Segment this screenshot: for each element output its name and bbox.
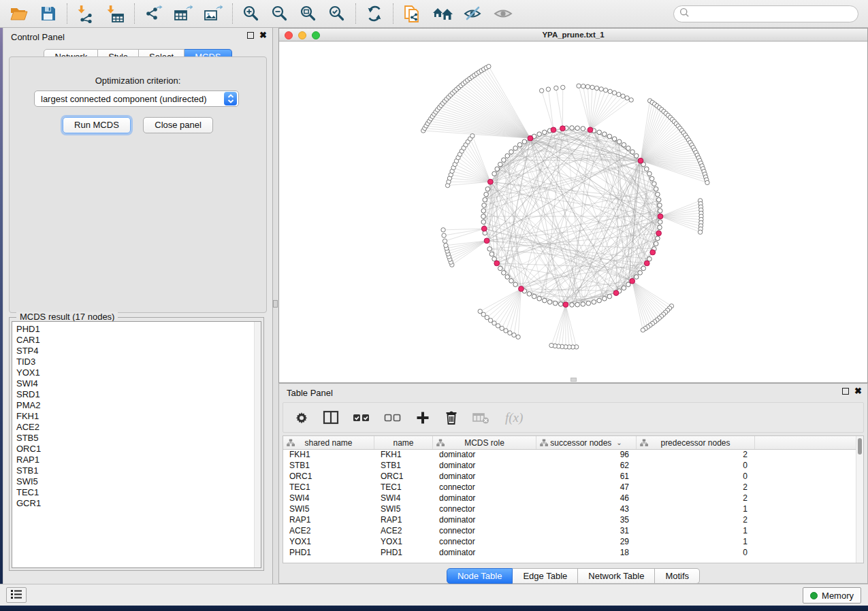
mcds-result-item[interactable]: PHD1 [16, 324, 261, 335]
column-header-label: name [393, 438, 413, 448]
tree-icon [540, 439, 548, 449]
mcds-result-item[interactable]: CAR1 [16, 335, 261, 346]
table-cell: dominator [433, 515, 536, 526]
table-row[interactable]: STB1STB1dominator620 [283, 461, 863, 472]
table-row[interactable]: ORC1ORC1dominator610 [283, 472, 863, 482]
destroy-table-button [472, 410, 490, 425]
mcds-result-item[interactable]: STB1 [16, 465, 261, 476]
export-image-button[interactable] [198, 2, 228, 25]
mcds-result-item[interactable]: STB5 [16, 433, 261, 444]
table-row[interactable]: SWI5SWI5connector431 [283, 504, 863, 515]
table-row[interactable]: TEC1TEC1connector472 [283, 482, 863, 493]
delete-column-button[interactable] [444, 410, 459, 425]
table-row[interactable]: PHD1PHD1dominator180 [283, 548, 863, 559]
deselect-all-columns-button[interactable] [384, 410, 402, 425]
mcds-result-item[interactable]: TID3 [16, 357, 261, 367]
tab-network-table[interactable]: Network Table [578, 568, 655, 584]
mcds-result-item[interactable]: STP4 [16, 346, 261, 357]
mcds-result-item[interactable]: ORC1 [16, 444, 261, 455]
control-panel-title: Control Panel [11, 32, 65, 42]
zoom-out-button[interactable] [266, 2, 294, 25]
close-panel-button[interactable]: Close panel [143, 117, 213, 133]
table-vscroll-thumb[interactable] [858, 438, 862, 455]
tab-node-table[interactable]: Node Table [447, 568, 513, 584]
column-header-label: shared name [304, 438, 352, 448]
toolbar-separator [355, 3, 356, 24]
panel-splitter[interactable] [273, 28, 278, 584]
nested-network-button[interactable] [427, 2, 458, 25]
table-row[interactable]: FKH1FKH1dominator962 [283, 450, 863, 461]
add-column-button[interactable] [415, 410, 430, 425]
task-history-button[interactable] [6, 587, 27, 603]
table-cell: ACE2 [283, 526, 374, 537]
run-mcds-button[interactable]: Run MCDS [63, 117, 131, 133]
column-header-MCDS-role[interactable]: MCDS role [433, 436, 536, 449]
mcds-result-item[interactable]: YOX1 [16, 367, 261, 378]
mcds-list-scrollbar[interactable] [254, 322, 261, 567]
select-all-icon [353, 410, 370, 425]
refresh-button[interactable] [360, 2, 389, 25]
mcds-result-item[interactable]: SWI5 [16, 476, 261, 487]
export-network-button[interactable] [139, 2, 168, 25]
table-cell: 2 [637, 482, 755, 493]
table-cell: SWI4 [374, 493, 433, 504]
export-table-button[interactable] [168, 2, 198, 25]
save-session-button[interactable] [34, 2, 63, 25]
open-file-button[interactable] [4, 2, 34, 25]
table-row[interactable]: ACE2ACE2connector311 [283, 526, 863, 537]
right-column: YPA_prune.txt_1 Table Panel ✖ f(x) share… [278, 28, 868, 584]
memory-status-icon [810, 592, 818, 599]
network-window-titlebar[interactable]: YPA_prune.txt_1 [279, 29, 867, 42]
mcds-result-item[interactable]: GCR1 [16, 498, 261, 509]
mcds-result-item[interactable]: SWI4 [16, 378, 261, 389]
table-row[interactable]: YOX1YOX1connector291 [283, 537, 863, 548]
mcds-result-item[interactable]: FKH1 [16, 411, 261, 422]
import-table-button[interactable] [101, 2, 130, 25]
import-network-button[interactable] [71, 2, 101, 25]
table-settings-button[interactable] [294, 410, 309, 425]
search-box[interactable] [673, 5, 858, 22]
optimization-criterion-select[interactable]: largest connected component (undirected) [34, 90, 239, 107]
table-cell: FKH1 [374, 450, 433, 461]
zoom-fit-button[interactable] [294, 2, 323, 25]
select-all-columns-button[interactable] [353, 410, 370, 425]
toggle-column-panel-button[interactable] [323, 410, 339, 425]
column-header-successor-nodes[interactable]: successor nodes⌄ [536, 436, 637, 449]
mcds-result-item[interactable]: ACE2 [16, 422, 261, 433]
splitter-handle-icon[interactable] [273, 300, 278, 308]
toolbar-separator [134, 3, 135, 24]
hide-panels-button[interactable] [458, 2, 488, 25]
search-input[interactable] [690, 7, 858, 21]
zoom-in-button[interactable] [237, 2, 266, 25]
tab-motifs[interactable]: Motifs [655, 568, 700, 584]
duplicate-network-button[interactable] [398, 2, 427, 25]
memory-button[interactable]: Memory [803, 587, 861, 604]
table-row[interactable]: SWI4SWI4dominator462 [283, 493, 863, 504]
column-header-label: predecessor nodes [660, 438, 730, 448]
column-header-name[interactable]: name [374, 436, 433, 449]
close-panel-icon[interactable]: ✖ [259, 32, 267, 39]
zoom-selected-button[interactable] [323, 2, 351, 25]
mcds-result-item[interactable]: PMA2 [16, 400, 261, 411]
mcds-result-item[interactable]: RAP1 [16, 455, 261, 465]
network-hscroll-thumb[interactable] [570, 378, 577, 382]
table-cell: SWI4 [283, 493, 374, 504]
mcds-result-item[interactable]: TEC1 [16, 487, 261, 498]
control-panel-titlebar: Control Panel ✖ [3, 28, 272, 46]
close-table-panel-icon[interactable]: ✖ [854, 388, 862, 395]
mcds-tab-content: Optimization criterion: largest connecte… [9, 56, 267, 313]
columns-icon [323, 410, 339, 425]
tab-edge-table[interactable]: Edge Table [513, 568, 578, 584]
column-header-predecessor-nodes[interactable]: predecessor nodes [637, 436, 755, 449]
mcds-result-item[interactable]: SRD1 [16, 389, 261, 400]
float-table-panel-icon[interactable] [842, 388, 849, 395]
network-canvas[interactable] [279, 42, 867, 382]
table-header-row: shared namenameMCDS rolesuccessor nodes⌄… [283, 436, 863, 450]
float-panel-icon[interactable] [247, 32, 254, 39]
show-eye-button[interactable] [488, 2, 518, 25]
table-cell: YOX1 [374, 537, 433, 548]
column-header-shared-name[interactable]: shared name [283, 436, 374, 449]
memory-button-label: Memory [822, 591, 854, 601]
table-vscrollbar[interactable] [856, 436, 863, 563]
table-row[interactable]: RAP1RAP1dominator352 [283, 515, 863, 526]
